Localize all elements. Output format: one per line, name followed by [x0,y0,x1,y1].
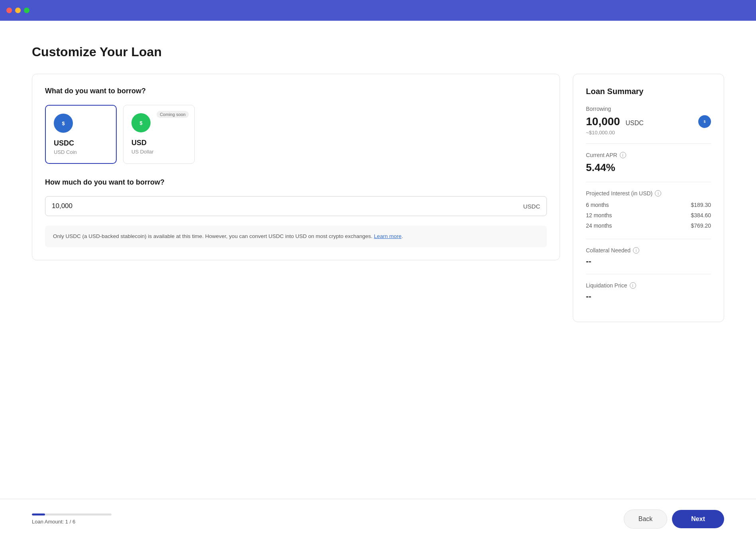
usdc-name: USDC [54,139,108,148]
liquidation-info-icon[interactable]: i [630,282,636,289]
info-suffix: . [402,233,403,239]
right-panel: Loan Summary Borrowing 10,000 USDC $ ~$1… [573,74,724,322]
value-6m: $189.30 [691,202,711,208]
borrowing-section: Borrowing 10,000 USDC $ ~$10,000.00 [586,106,711,144]
value-12m: $384.60 [691,212,711,218]
borrowing-value: 10,000 USDC $ [586,115,711,128]
svg-text:$: $ [704,120,706,124]
collateral-section: Collateral Needed i -- [586,247,711,274]
term-24m: 24 months [586,222,612,229]
usd-icon: $ [131,113,151,132]
projected-interest-section: Projected Interest (in USD) i 6 months $… [586,190,711,239]
info-text: Only USDC (a USD-backed stablecoin) is a… [53,233,372,239]
usdc-card[interactable]: $ USDC USD Coin [45,105,117,164]
minimize-button[interactable] [15,8,21,13]
projected-label: Projected Interest (in USD) i [586,190,711,197]
borrow-amount-input[interactable] [52,202,523,210]
borrow-amount-section: How much do you want to borrow? USDC [45,178,547,216]
borrowing-label: Borrowing [586,106,711,112]
coming-soon-badge: Coming soon [157,111,189,118]
page-title: Customize Your Loan [32,45,724,59]
maximize-button[interactable] [24,8,29,13]
usd-card[interactable]: $ Coming soon USD US Dollar [123,105,195,164]
svg-text:$: $ [62,120,65,126]
borrow-currency-label: USDC [523,203,540,210]
footer: Loan Amount: 1 / 6 Back Next [0,499,756,539]
close-button[interactable] [6,8,12,13]
borrowing-unit: USDC [625,120,643,126]
usd-desc: US Dollar [131,149,186,155]
footer-buttons: Back Next [624,509,724,529]
main-content: Customize Your Loan What do you want to … [0,21,756,499]
borrowing-amount: 10,000 [586,115,620,128]
progress-section: Loan Amount: 1 / 6 [32,513,112,525]
collateral-label: Collateral Needed i [586,247,711,254]
content-row: What do you want to borrow? $ USDC USD C… [32,74,724,499]
borrowing-usdc-icon: $ [698,115,711,128]
borrow-section-label: What do you want to borrow? [45,87,547,95]
info-box: Only USDC (a USD-backed stablecoin) is a… [45,226,547,247]
projected-row-12m: 12 months $384.60 [586,210,711,220]
title-bar [0,0,756,21]
liquidation-section: Liquidation Price i -- [586,282,711,309]
apr-section: Current APR i 5.44% [586,152,711,182]
svg-text:$: $ [139,120,142,126]
projected-row-24m: 24 months $769.20 [586,220,711,231]
collateral-value: -- [586,257,711,266]
borrowing-subvalue: ~$10,000.00 [586,130,711,136]
apr-value: 5.44% [586,161,711,174]
liquidation-value: -- [586,292,711,301]
usd-name: USD [131,139,186,147]
usdc-icon: $ [54,114,73,133]
apr-info-icon[interactable]: i [620,152,626,158]
progress-bar-container [32,513,112,515]
next-button[interactable]: Next [672,510,724,528]
term-6m: 6 months [586,202,609,208]
apr-label: Current APR i [586,152,711,158]
collateral-info-icon[interactable]: i [633,247,639,254]
learn-more-link[interactable]: Learn more [374,233,402,239]
liquidation-label: Liquidation Price i [586,282,711,289]
borrow-input-row: USDC [45,196,547,216]
back-button[interactable]: Back [624,509,668,529]
loan-summary-title: Loan Summary [586,87,711,96]
term-12m: 12 months [586,212,612,218]
progress-bar-fill [32,513,45,515]
currency-options: $ USDC USD Coin $ Coming soon U [45,105,547,164]
projected-row-6m: 6 months $189.30 [586,200,711,210]
left-panel: What do you want to borrow? $ USDC USD C… [32,74,560,260]
projected-info-icon[interactable]: i [655,190,661,197]
step-label: Loan Amount: 1 / 6 [32,519,112,525]
amount-section-label: How much do you want to borrow? [45,178,547,187]
usdc-desc: USD Coin [54,149,108,155]
value-24m: $769.20 [691,222,711,229]
